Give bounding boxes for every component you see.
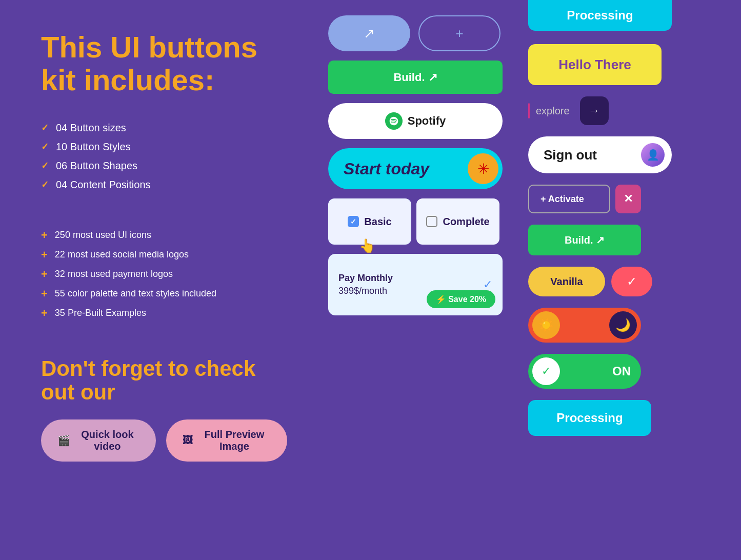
list-item: + 250 most used UI icons <box>41 229 287 242</box>
sign-out-button[interactable]: Sign out 👤 <box>528 136 672 173</box>
cursor-icon: 👆 <box>359 238 375 254</box>
sun-icon: ☀️ <box>532 311 560 339</box>
list-item: ✓ 04 Content Positions <box>41 179 287 191</box>
center-panel: ↗ + Build. ↗ Spotify Start today ✳ ✓ Bas… <box>318 0 523 560</box>
payment-title: Pay Monthly <box>338 273 492 284</box>
checkbox-filled-icon: ✓ <box>348 216 359 227</box>
payment-check-icon: ✓ <box>483 278 492 291</box>
activate-row: + Activate ✕ <box>528 185 738 213</box>
left-panel: This UI buttons kit includes: ✓ 04 Butto… <box>0 0 318 560</box>
activate-button[interactable]: + Activate <box>528 185 610 213</box>
toggle-on-knob: ✓ <box>532 357 560 385</box>
check-icon: ✓ <box>41 122 49 133</box>
arrow-button[interactable]: ↗ <box>328 15 410 51</box>
button-row-top: ↗ + <box>328 15 513 51</box>
complete-select-button[interactable]: Complete <box>416 198 499 245</box>
plus-icon: + <box>41 268 48 281</box>
build-button[interactable]: Build. ↗ <box>328 61 503 94</box>
list-item: + 55 color palette and text styles inclu… <box>41 287 287 301</box>
video-icon: 🎬 <box>57 434 70 447</box>
plus-icon: + <box>455 26 463 42</box>
cta-buttons: 🎬 Quick look video 🖼 Full Preview Image <box>41 419 287 462</box>
toggle-on-label: ON <box>612 364 631 378</box>
arrow-icon: ↗ <box>364 26 375 42</box>
avatar: 👤 <box>641 143 665 167</box>
plus-icon: + <box>41 229 48 242</box>
extras-list: + 250 most used UI icons + 22 most used … <box>41 229 287 326</box>
sun-moon-toggle[interactable]: ☀️ 🌙 <box>528 308 641 343</box>
check-red-button[interactable]: ✓ <box>611 267 652 296</box>
processing-top-button[interactable]: Processing <box>528 0 672 31</box>
cta-text: Don't forget to check out our <box>41 357 287 404</box>
star-icon: ✳ <box>468 153 498 184</box>
plus-icon: + <box>41 307 48 320</box>
explore-label: explore <box>536 105 570 117</box>
explore-arrow-button[interactable]: → <box>580 96 609 125</box>
spotify-button[interactable]: Spotify <box>328 103 503 139</box>
plus-button[interactable]: + <box>418 15 500 51</box>
save-badge-button[interactable]: ⚡ Save 20% <box>427 290 495 308</box>
image-icon: 🖼 <box>183 434 193 446</box>
close-button[interactable]: ✕ <box>615 185 641 213</box>
list-item: ✓ 04 Button sizes <box>41 122 287 134</box>
checkbox-empty-icon <box>426 216 437 227</box>
quick-look-video-button[interactable]: 🎬 Quick look video <box>41 419 156 462</box>
features-list: ✓ 04 Button sizes ✓ 10 Button Styles ✓ 0… <box>41 122 287 198</box>
hello-there-button[interactable]: Hello There <box>528 44 662 85</box>
check-icon: ✓ <box>41 160 49 171</box>
spotify-logo-icon <box>385 112 403 130</box>
check-icon: ✓ <box>41 179 49 190</box>
list-item: + 22 most used social media logos <box>41 248 287 262</box>
moon-icon: 🌙 <box>609 311 637 339</box>
explore-divider <box>528 103 530 118</box>
plus-icon: + <box>41 248 48 262</box>
explore-row: explore → <box>528 96 662 125</box>
build-green-button[interactable]: Build. ↗ <box>528 225 641 255</box>
list-item: + 32 most used payment logos <box>41 268 287 281</box>
right-panel: Processing Hello There explore → Sign ou… <box>523 0 738 560</box>
processing-bottom-button[interactable]: Processing <box>528 400 651 436</box>
main-title: This UI buttons kit includes: <box>41 31 287 96</box>
list-item: + 35 Pre-Built Examples <box>41 307 287 320</box>
payment-card: Pay Monthly 399$/month ✓ ⚡ Save 20% <box>328 254 503 315</box>
on-toggle[interactable]: ✓ ON <box>528 354 641 389</box>
vanilla-row: Vanilla ✓ <box>528 267 738 296</box>
list-item: ✓ 10 Button Styles <box>41 141 287 153</box>
start-today-button[interactable]: Start today ✳ <box>328 148 503 189</box>
full-preview-image-button[interactable]: 🖼 Full Preview Image <box>166 419 287 462</box>
selection-group: ✓ Basic Complete 👆 <box>328 198 513 245</box>
check-icon: ✓ <box>41 141 49 152</box>
list-item: ✓ 06 Button Shapes <box>41 160 287 172</box>
vanilla-button[interactable]: Vanilla <box>528 267 605 296</box>
plus-icon: + <box>41 287 48 301</box>
